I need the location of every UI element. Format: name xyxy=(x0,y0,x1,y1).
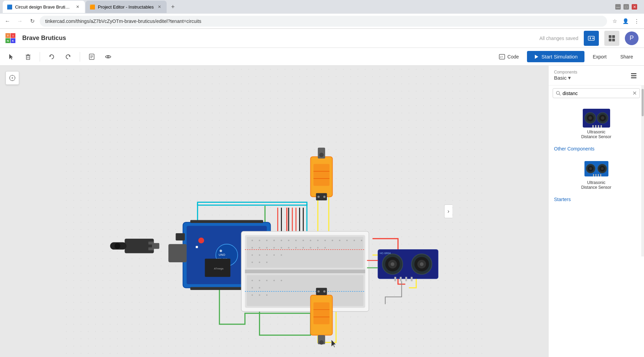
code-button[interactable]: 27 Code xyxy=(493,51,524,63)
svg-marker-22 xyxy=(535,55,538,59)
tab2-favicon: 🟧 xyxy=(90,4,95,10)
center-canvas-button[interactable] xyxy=(5,71,19,85)
redo-icon xyxy=(65,53,72,60)
tab1-close[interactable]: ✕ xyxy=(75,4,81,10)
minimize-button[interactable]: — xyxy=(615,4,621,10)
ultrasonic-sensor-main-label: UltrasonicDistance Sensor xyxy=(581,130,611,139)
ultrasonic-sensor-main-svg xyxy=(583,109,610,128)
circuits-view-button[interactable] xyxy=(584,31,599,46)
svg-rect-131 xyxy=(313,164,330,186)
panel-collapse-arrow[interactable]: › xyxy=(444,204,452,218)
svg-point-99 xyxy=(252,280,253,281)
svg-rect-162 xyxy=(592,125,594,128)
svg-point-90 xyxy=(324,247,326,248)
ultrasonic-sensor-other-item[interactable]: UltrasonicDistance Sensor xyxy=(549,154,644,194)
back-button[interactable]: ← xyxy=(3,16,12,26)
close-button[interactable]: ✕ xyxy=(632,4,637,10)
other-components-section: Other Components xyxy=(549,143,644,154)
scrollbar-thumb[interactable] xyxy=(642,89,644,116)
bookmark-icon[interactable]: ☆ xyxy=(610,16,619,26)
svg-point-80 xyxy=(252,247,253,248)
svg-point-81 xyxy=(259,247,260,248)
svg-point-83 xyxy=(273,247,275,248)
svg-point-113 xyxy=(391,262,395,266)
svg-point-106 xyxy=(252,294,253,296)
svg-point-145 xyxy=(115,243,120,249)
export-button[interactable]: Export xyxy=(587,51,612,62)
svg-point-136 xyxy=(318,290,320,292)
tab-circuit-design[interactable]: 🟦 Circuit design Brave Bruticus | Ti... … xyxy=(3,1,85,13)
svg-point-95 xyxy=(281,254,282,256)
share-button[interactable]: Share xyxy=(615,51,639,62)
panel-category-dropdown[interactable]: Basic ▾ xyxy=(554,75,577,81)
ultrasonic-sensor-other-label: UltrasonicDistance Sensor xyxy=(581,180,611,190)
svg-rect-152 xyxy=(631,77,636,78)
reload-button[interactable]: ↻ xyxy=(27,16,37,26)
svg-rect-165 xyxy=(601,125,602,128)
share-label: Share xyxy=(620,54,633,60)
svg-point-45 xyxy=(198,238,204,243)
svg-point-79 xyxy=(361,240,362,241)
delete-icon xyxy=(25,53,31,60)
component-search-input[interactable] xyxy=(563,91,631,96)
search-clear-button[interactable]: ✕ xyxy=(632,90,637,96)
delete-tool[interactable] xyxy=(22,51,34,63)
pointer-icon xyxy=(8,53,15,60)
start-simulation-button[interactable]: Start Simulation xyxy=(527,51,584,62)
svg-point-67 xyxy=(273,240,275,241)
avatar[interactable]: P xyxy=(625,31,639,45)
svg-point-158 xyxy=(589,116,592,120)
pointer-tool[interactable] xyxy=(5,51,18,63)
svg-point-98 xyxy=(266,262,268,263)
svg-point-19 xyxy=(107,56,109,57)
svg-point-89 xyxy=(317,247,319,248)
svg-rect-173 xyxy=(593,174,594,176)
logo-i: I xyxy=(11,33,15,38)
search-bar: ✕ xyxy=(553,88,640,98)
tab2-title: Project Editor - Instructables xyxy=(98,4,154,10)
svg-rect-122 xyxy=(411,277,412,281)
search-icon xyxy=(556,91,561,96)
svg-point-73 xyxy=(317,240,319,241)
svg-rect-1 xyxy=(590,37,591,39)
redo-tool[interactable] xyxy=(62,51,74,63)
svg-rect-140 xyxy=(313,302,330,324)
svg-rect-163 xyxy=(595,125,596,128)
grid-view-button[interactable] xyxy=(604,31,619,46)
undo-tool[interactable] xyxy=(46,51,58,63)
svg-point-139 xyxy=(319,340,324,345)
ultrasonic-sensor-main-item[interactable]: UltrasonicDistance Sensor xyxy=(549,104,644,143)
tab-instructables[interactable]: 🟧 Project Editor - Instructables ✕ xyxy=(86,1,167,13)
panel-header: Components Basic ▾ xyxy=(549,66,644,85)
svg-rect-143 xyxy=(125,239,154,253)
forward-button[interactable]: → xyxy=(15,16,25,26)
notes-tool[interactable] xyxy=(86,51,98,63)
svg-point-97 xyxy=(259,262,260,263)
svg-point-127 xyxy=(319,153,324,157)
canvas-area[interactable]: ⊕ UNO ARD∪INO ATmega L298N xyxy=(0,66,548,357)
code-label: Code xyxy=(507,54,519,60)
panel-list-toggle-button[interactable] xyxy=(629,71,639,80)
tab2-close[interactable]: ✕ xyxy=(156,4,163,10)
circuit-diagram[interactable]: ⊕ UNO ARD∪INO ATmega L298N xyxy=(0,66,548,357)
new-tab-button[interactable]: + xyxy=(168,2,178,12)
svg-point-101 xyxy=(266,280,268,281)
profile-icon[interactable]: 👤 xyxy=(621,16,630,26)
svg-point-105 xyxy=(259,287,260,289)
address-bar[interactable]: tinkercad.com/things/aZ7bVcZyOTm-brave-b… xyxy=(40,16,607,27)
svg-point-93 xyxy=(266,254,268,256)
svg-text:⊕: ⊕ xyxy=(219,249,222,253)
tinkercad-logo[interactable]: T I N K xyxy=(5,33,15,43)
svg-point-77 xyxy=(346,240,348,241)
svg-point-84 xyxy=(281,247,282,248)
undo-icon xyxy=(48,53,55,60)
maximize-button[interactable]: □ xyxy=(623,4,629,10)
svg-point-72 xyxy=(310,240,311,241)
eye-tool[interactable] xyxy=(102,51,114,63)
scrollbar-track[interactable] xyxy=(641,85,644,256)
svg-point-137 xyxy=(323,290,325,292)
menu-icon[interactable]: ⋮ xyxy=(632,16,641,26)
component-list[interactable]: UltrasonicDistance Sensor Other Componen… xyxy=(549,101,644,357)
svg-text:HC-SR04: HC-SR04 xyxy=(380,252,391,255)
panel-category-text: Basic xyxy=(554,75,567,81)
